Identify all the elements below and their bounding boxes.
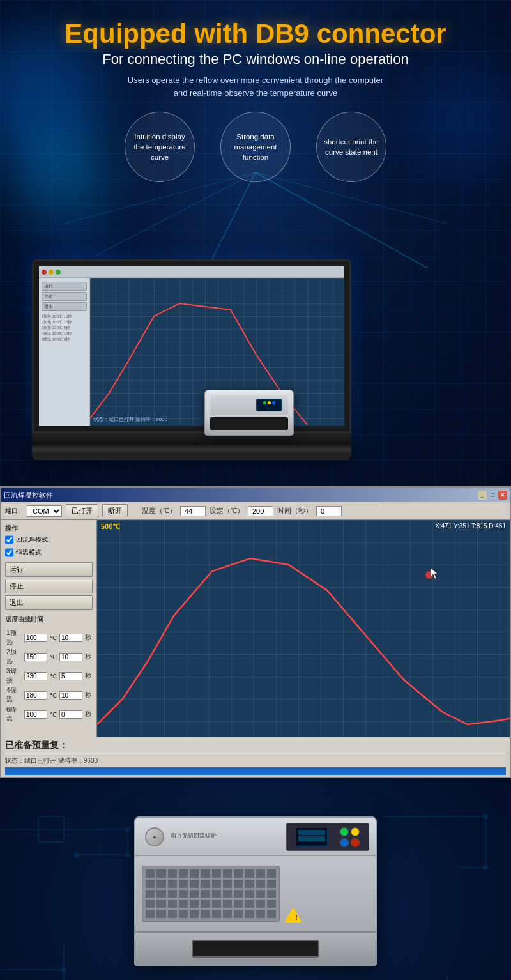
- constant-temp-checkbox[interactable]: [5, 548, 13, 557]
- run-button[interactable]: 运行: [5, 562, 93, 577]
- reflow-oven-machine: ● 南京无铅回流焊炉: [134, 816, 377, 966]
- vent-slot: [201, 900, 210, 908]
- stop-machine-button[interactable]: [351, 838, 360, 847]
- set-temp-label: 设定（℃）: [210, 506, 244, 516]
- vent-slot: [156, 910, 165, 918]
- svg-point-15: [483, 814, 488, 819]
- close-button[interactable]: ✕: [498, 491, 507, 500]
- stage-name-2: 2加热: [5, 647, 23, 666]
- vent-slot: [168, 900, 177, 908]
- vent-slot: [234, 890, 243, 898]
- stage-temp-4[interactable]: [24, 691, 47, 700]
- vent-slot: [156, 880, 165, 888]
- stop-button[interactable]: 停止: [5, 579, 93, 593]
- machine-display: [296, 827, 328, 846]
- reflow-mode-label: 回流焊模式: [16, 535, 48, 544]
- current-temp-label: 温度（℃）: [142, 506, 176, 516]
- exit-button[interactable]: 退出: [5, 595, 93, 610]
- status-text: 状态：端口已打开 波特率：9600: [5, 757, 98, 764]
- vent-slot: [146, 890, 155, 898]
- machine-label: 南京无铅回流焊炉: [171, 832, 217, 840]
- screen-temp-info-3: 3焊接 230℃ 5秒: [42, 325, 87, 331]
- feature-circle-shortcut: shortcut print the curve statement: [316, 112, 386, 182]
- btn-row-2: [340, 838, 360, 847]
- vent-slot: [245, 880, 254, 888]
- stage-time-4[interactable]: [59, 691, 82, 700]
- db9-title: Equipped with DB9 connector For connecti…: [65, 19, 446, 68]
- stage-time-3[interactable]: [59, 672, 82, 680]
- table-row: 1预热 ℃ 秒: [5, 628, 93, 647]
- unit-1: ℃: [49, 628, 58, 647]
- screen-temp-info-2: 2加热 100℃ 10秒: [42, 319, 87, 325]
- svg-point-19: [61, 967, 66, 972]
- vent-slot: [256, 880, 265, 888]
- vent-slot: [146, 869, 155, 878]
- svg-point-9: [125, 827, 130, 832]
- stage-name-4: 4保温: [5, 685, 23, 705]
- power-button[interactable]: [340, 827, 349, 836]
- unit-2: ℃: [49, 647, 58, 666]
- stage-temp-2[interactable]: [24, 653, 47, 661]
- screen-close-dot: [42, 270, 47, 275]
- vent-slot: [168, 890, 177, 898]
- open-port-button[interactable]: 已打开: [66, 504, 98, 517]
- chart-cursor: [425, 571, 433, 579]
- stage-temp-5[interactable]: [24, 710, 47, 719]
- minimize-button[interactable]: _: [478, 491, 487, 500]
- vent-slot: [245, 890, 254, 898]
- constant-temp-label: 恒温模式: [16, 548, 42, 557]
- stage-time-2[interactable]: [59, 653, 82, 661]
- db9-subtitle: Users operate the reflow oven more conve…: [128, 74, 383, 99]
- vent-slot: [267, 869, 276, 878]
- time-unit-2: 秒: [84, 647, 93, 666]
- vent-slot: [234, 869, 243, 878]
- checkbox-row: 回流焊模式: [5, 535, 93, 544]
- software-main: 操作 回流焊模式 恒温模式 运行 停止 退出 温度曲线时间 1预热: [1, 520, 510, 737]
- laptop-keyboard: [32, 445, 351, 455]
- software-titlebar: 回流焊温控软件 _ □ ✕: [1, 488, 510, 502]
- software-title: 回流焊温控软件: [4, 491, 53, 500]
- vent-slot: [201, 890, 210, 898]
- current-temp-value: 44: [180, 506, 206, 516]
- reflow-mode-checkbox[interactable]: [5, 535, 13, 544]
- screen-temp-info-4: 4保温 180℃ 10秒: [42, 331, 87, 337]
- machine-right-panel: [286, 823, 369, 851]
- vent-slot: [146, 910, 155, 918]
- oven-display-dots: [257, 401, 281, 404]
- vent-slot: [201, 910, 210, 918]
- vent-slot: [212, 869, 221, 878]
- vent-slot: [146, 900, 155, 908]
- section-machine: ● 南京无铅回流焊炉: [0, 778, 511, 980]
- table-row: 2加热 ℃ 秒: [5, 647, 93, 666]
- vent-slot: [168, 880, 177, 888]
- vent-slot: [168, 869, 177, 878]
- vent-slot: [190, 869, 199, 878]
- set-button[interactable]: [340, 838, 349, 847]
- maximize-button[interactable]: □: [488, 491, 497, 500]
- vent-slot: [223, 900, 232, 908]
- vent-slot: [190, 880, 199, 888]
- vent-slot: [212, 880, 221, 888]
- stage-temp-3[interactable]: [24, 672, 47, 680]
- vent-slot: [179, 890, 188, 898]
- vent-slot: [156, 900, 165, 908]
- disconnect-button[interactable]: 断开: [102, 504, 128, 517]
- stage-time-5[interactable]: [59, 710, 82, 719]
- laptop-area: 运行 停止 退出 1预热 100℃ 10秒 2加热 100℃ 10秒 3焊接 2…: [0, 192, 511, 486]
- software-chinese-text: 已准备预量复：: [5, 740, 506, 751]
- feature-circles: Intuition display the temperature curve …: [125, 112, 386, 182]
- vent-slot: [245, 869, 254, 878]
- stage-time-1[interactable]: [59, 634, 82, 642]
- svg-marker-5: [431, 568, 438, 579]
- stage-temp-1[interactable]: [24, 634, 47, 642]
- vent-slot: [156, 869, 165, 878]
- mode-button[interactable]: [351, 827, 360, 836]
- time-value: 0: [316, 506, 342, 516]
- screen-ui: 运行 停止 退出 1预热 100℃ 10秒 2加热 100℃ 10秒 3焊接 2…: [39, 266, 344, 426]
- port-select[interactable]: COM1: [27, 505, 62, 517]
- chart-curve-svg: [97, 520, 510, 737]
- status-bar: 状态：端口已打开 波特率：9600: [1, 754, 510, 777]
- laptop-screen: 运行 停止 退出 1预热 100℃ 10秒 2加热 100℃ 10秒 3焊接 2…: [39, 266, 344, 426]
- vent-slot: [190, 890, 199, 898]
- screen-status: 状态：端口已打开 波特率：9600: [93, 416, 167, 423]
